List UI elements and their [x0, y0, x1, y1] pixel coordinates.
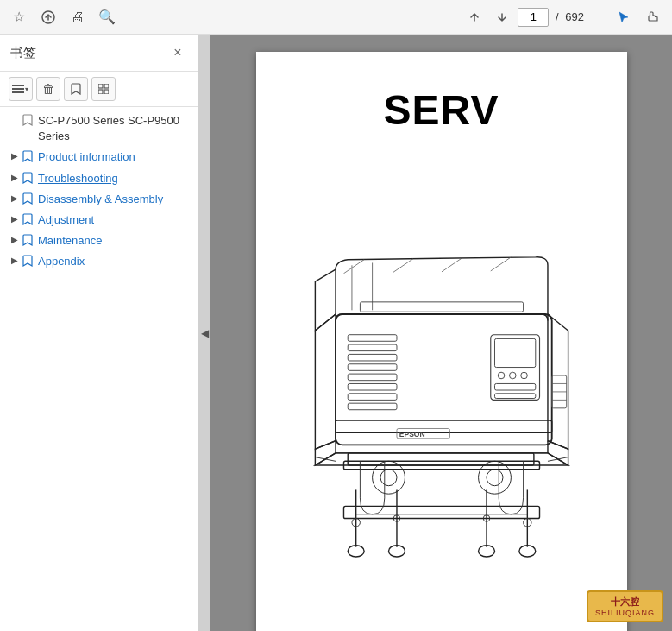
pdf-title: SERV	[291, 86, 593, 134]
svg-point-21	[478, 461, 511, 494]
zoom-button[interactable]: 🔍	[95, 5, 119, 29]
svg-line-53	[547, 457, 568, 462]
svg-line-48	[393, 259, 413, 273]
hand-tool-button[interactable]	[641, 5, 665, 29]
page-separator: /	[552, 10, 562, 23]
bookmark-icon-product-info	[21, 150, 35, 162]
svg-rect-38	[494, 383, 535, 390]
svg-rect-39	[494, 394, 535, 399]
bookmark-icon-adjustment	[21, 213, 35, 225]
svg-rect-28	[348, 374, 397, 381]
cursor-tool-button[interactable]	[612, 5, 636, 29]
svg-rect-1	[12, 85, 24, 86]
bookmark-label-maintenance: Maintenance	[38, 233, 102, 249]
expand-icon-root	[9, 115, 21, 124]
scroll-down-button[interactable]	[490, 5, 514, 29]
svg-rect-6	[98, 90, 103, 94]
expand-icon-appendix[interactable]: ▶	[9, 256, 21, 265]
page-total: 692	[565, 10, 584, 23]
bookmark-label-product-info: Product information	[38, 149, 135, 165]
watermark: 十六腔 SHILIUQIANG	[587, 590, 663, 622]
svg-point-13	[388, 546, 405, 557]
bookmark-item-adjustment[interactable]: ▶ Adjustment	[0, 210, 198, 230]
watermark-text-chinese: 十六腔	[595, 596, 655, 609]
svg-point-36	[509, 372, 516, 379]
svg-line-50	[490, 257, 511, 271]
pdf-page: SERV	[256, 52, 627, 631]
expand-icon-disassembly[interactable]: ▶	[9, 193, 21, 203]
bookmark-item-troubleshooting[interactable]: ▶ Troubleshooting	[0, 168, 198, 189]
scroll-up-button[interactable]	[462, 5, 487, 29]
svg-rect-2	[12, 88, 24, 90]
svg-rect-30	[348, 394, 397, 401]
svg-line-52	[315, 457, 336, 462]
svg-rect-26	[348, 354, 397, 361]
sidebar-menu-button[interactable]: ▾	[9, 77, 33, 101]
toolbar: ☆ 🖨 🔍 1 / 692	[0, 0, 672, 35]
svg-rect-34	[494, 338, 535, 367]
page-navigation: 1 / 692	[462, 5, 584, 29]
svg-text:EPSON: EPSON	[399, 430, 424, 439]
bookmark-label-adjustment: Adjustment	[38, 212, 94, 228]
svg-rect-32	[336, 420, 552, 432]
svg-rect-27	[348, 364, 397, 371]
bookmark-label-appendix: Appendix	[38, 254, 85, 269]
svg-rect-42	[360, 302, 523, 312]
bookmark-item-disassembly[interactable]: ▶ Disassembly & Assembly	[0, 189, 198, 210]
svg-rect-7	[104, 90, 109, 94]
svg-point-14	[478, 546, 494, 557]
sidebar-toolbar: ▾ 🗑	[0, 72, 198, 107]
svg-rect-18	[348, 453, 534, 465]
sidebar-content: SC-P7500 Series SC-P9500 Series ▶ Produc…	[0, 107, 198, 631]
sidebar-delete-button[interactable]: 🗑	[36, 77, 60, 101]
pdf-content-area[interactable]: SERV	[210, 35, 672, 631]
svg-rect-31	[348, 403, 397, 410]
bookmark-item-appendix[interactable]: ▶ Appendix	[0, 251, 198, 272]
upload-button[interactable]	[36, 5, 60, 29]
svg-line-47	[343, 260, 364, 274]
svg-rect-25	[348, 344, 397, 351]
bookmark-label-troubleshooting: Troubleshooting	[38, 171, 118, 186]
bookmark-label-root: SC-P7500 Series SC-P9500 Series	[38, 113, 192, 144]
svg-point-37	[520, 372, 527, 379]
sidebar-collapse-handle[interactable]: ◀	[198, 35, 210, 631]
print-button[interactable]: 🖨	[66, 5, 90, 29]
svg-rect-5	[104, 84, 109, 88]
bookmark-item-root[interactable]: SC-P7500 Series SC-P9500 Series	[0, 110, 198, 147]
page-number-input[interactable]: 1	[518, 8, 549, 27]
bookmark-item-product-info[interactable]: ▶ Product information	[0, 147, 198, 167]
sidebar: 书签 × ▾ 🗑	[0, 35, 198, 631]
svg-point-19	[372, 461, 405, 494]
sidebar-header: 书签 ×	[0, 35, 198, 72]
svg-rect-3	[12, 91, 24, 93]
sidebar-close-button[interactable]: ×	[168, 43, 187, 62]
svg-rect-16	[343, 506, 539, 518]
bookmark-icon-disassembly	[21, 192, 35, 205]
expand-icon-troubleshooting[interactable]: ▶	[9, 173, 21, 182]
svg-rect-4	[98, 84, 103, 88]
svg-point-20	[380, 470, 397, 486]
svg-point-15	[518, 546, 535, 557]
printer-illustration: EPSON	[291, 160, 593, 591]
svg-point-12	[348, 546, 364, 557]
bookmark-icon-appendix	[21, 255, 35, 267]
bookmark-icon-maintenance	[21, 234, 35, 246]
sidebar-rename-button[interactable]	[64, 77, 88, 101]
svg-rect-29	[348, 383, 397, 390]
main-area: 书签 × ▾ 🗑	[0, 35, 672, 631]
expand-icon-adjustment[interactable]: ▶	[9, 214, 21, 224]
bookmark-item-maintenance[interactable]: ▶ Maintenance	[0, 230, 198, 251]
svg-point-35	[498, 372, 505, 379]
svg-rect-23	[336, 314, 552, 445]
expand-icon-maintenance[interactable]: ▶	[9, 235, 21, 244]
svg-point-22	[487, 470, 503, 486]
bookmark-icon-root	[21, 114, 35, 126]
bookmark-icon-troubleshooting	[21, 172, 35, 184]
sidebar-expand-button[interactable]	[91, 77, 116, 101]
watermark-text-pinyin: SHILIUQIANG	[595, 609, 655, 617]
watermark-box: 十六腔 SHILIUQIANG	[587, 590, 663, 622]
add-bookmark-button[interactable]: ☆	[7, 5, 31, 29]
sidebar-title: 书签	[10, 45, 36, 61]
expand-icon-product-info[interactable]: ▶	[9, 151, 21, 161]
svg-line-49	[442, 258, 462, 272]
